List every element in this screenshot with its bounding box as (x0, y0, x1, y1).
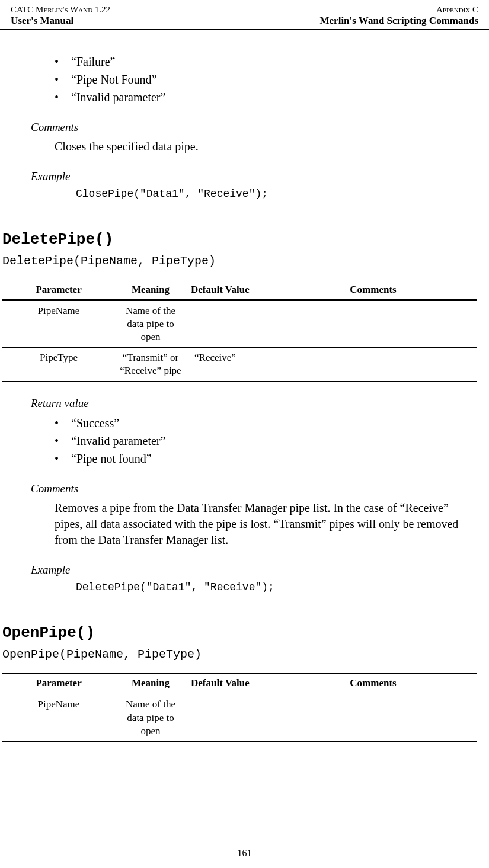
function-signature: DeletePipe(PipeName, PipeType) (2, 254, 477, 268)
bullet-text: “Invalid parameter” (71, 89, 165, 105)
comments-label: Comments (12, 121, 477, 134)
bullet-text: “Pipe Not Found” (71, 71, 156, 88)
bullet-icon: • (55, 89, 71, 105)
page-content: •“Failure” •“Pipe Not Found” •“Invalid p… (0, 30, 489, 742)
bullet-icon: • (55, 71, 71, 88)
bullet-icon: • (55, 415, 71, 431)
cell-default (186, 694, 269, 741)
bullet-icon: • (55, 450, 71, 467)
table-header: Default Value (186, 674, 269, 694)
parameter-table: Parameter Meaning Default Value Comments… (2, 280, 477, 382)
bullet-text: “Invalid parameter” (71, 433, 165, 449)
comments-text: Closes the specified data pipe. (12, 139, 477, 155)
cell-param: PipeName (2, 694, 115, 741)
bullet-icon: • (55, 433, 71, 449)
comments-label: Comments (12, 482, 477, 495)
table-row: PipeType “Transmit” or “Receive” pipe “R… (2, 348, 477, 382)
list-item: •“Pipe not found” (55, 450, 477, 467)
table-row: PipeName Name of the data pipe to open (2, 694, 477, 741)
table-header: Comments (269, 674, 477, 694)
comments-text: Removes a pipe from the Data Transfer Ma… (12, 500, 477, 548)
example-code: ClosePipe("Data1", "Receive"); (12, 188, 477, 200)
cell-param: PipeType (2, 348, 115, 382)
header-subtitle: Merlin's Wand Scripting Commands (320, 15, 478, 27)
example-label: Example (12, 563, 477, 576)
list-item: •“Failure” (55, 53, 477, 70)
bullet-text: “Pipe not found” (71, 450, 152, 467)
return-value-label: Return value (12, 397, 477, 410)
list-item: •“Invalid parameter” (55, 433, 477, 449)
table-header: Meaning (115, 674, 186, 694)
table-header-row: Parameter Meaning Default Value Comments (2, 674, 477, 694)
table-header: Parameter (2, 280, 115, 300)
table-header: Meaning (115, 280, 186, 300)
header-right: Appendix C Merlin's Wand Scripting Comma… (320, 5, 478, 27)
bullet-list: •“Failure” •“Pipe Not Found” •“Invalid p… (12, 53, 477, 105)
cell-param: PipeName (2, 300, 115, 348)
cell-default: “Receive” (186, 348, 269, 382)
bullet-list: •“Success” •“Invalid parameter” •“Pipe n… (12, 415, 477, 467)
example-code: DeletePipe("Data1", "Receive"); (12, 581, 477, 593)
cell-meaning: Name of the data pipe to open (115, 300, 186, 348)
parameter-table: Parameter Meaning Default Value Comments… (2, 673, 477, 741)
example-label: Example (12, 170, 477, 183)
list-item: •“Success” (55, 415, 477, 431)
header-appendix: Appendix C (320, 5, 478, 15)
bullet-icon: • (55, 53, 71, 70)
cell-default (186, 300, 269, 348)
page-number: 161 (0, 848, 489, 859)
table-row: PipeName Name of the data pipe to open (2, 300, 477, 348)
header-manual: User's Manual (11, 15, 110, 27)
bullet-text: “Success” (71, 415, 119, 431)
list-item: •“Invalid parameter” (55, 89, 477, 105)
function-name: OpenPipe() (2, 624, 477, 642)
bullet-text: “Failure” (71, 53, 115, 70)
cell-comments (269, 694, 477, 741)
table-header: Comments (269, 280, 477, 300)
function-signature: OpenPipe(PipeName, PipeType) (2, 648, 477, 661)
page-header: CATC Merlin's Wand 1.22 User's Manual Ap… (0, 0, 489, 30)
list-item: •“Pipe Not Found” (55, 71, 477, 88)
header-left: CATC Merlin's Wand 1.22 User's Manual (11, 5, 110, 27)
cell-meaning: Name of the data pipe to open (115, 694, 186, 741)
table-header-row: Parameter Meaning Default Value Comments (2, 280, 477, 300)
cell-comments (269, 348, 477, 382)
table-header: Parameter (2, 674, 115, 694)
cell-comments (269, 300, 477, 348)
header-product: CATC Merlin's Wand 1.22 (11, 5, 110, 15)
function-name: DeletePipe() (2, 230, 477, 248)
table-header: Default Value (186, 280, 269, 300)
cell-meaning: “Transmit” or “Receive” pipe (115, 348, 186, 382)
